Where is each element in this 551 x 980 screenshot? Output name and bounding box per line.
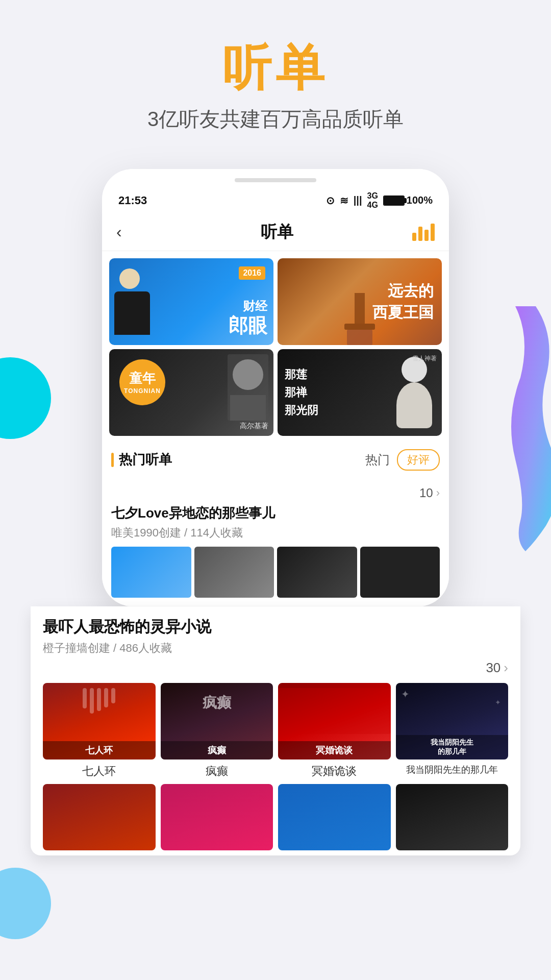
status-right: ⊙ ≋ ||| 3G4G 100%: [326, 191, 433, 210]
playlist-thumbnails-1: [111, 547, 440, 598]
count-right-area: 30 ›: [43, 660, 508, 676]
filter-badge-good[interactable]: 好评: [397, 449, 440, 471]
book-name-3: 冥婚诡谈: [278, 764, 391, 779]
section-header: 热门听单 热门 好评: [102, 440, 449, 478]
chart-bar-1: [412, 233, 416, 241]
book-cn-title-4: 我当阴阳先生的那几年: [399, 738, 506, 756]
filter-hot[interactable]: 热门: [365, 452, 390, 468]
book-thumb-3: 冥婚诡谈: [278, 683, 391, 760]
chart-bar-2: [418, 227, 422, 241]
book-item-2[interactable]: 疯癫 疯癫 疯癫: [161, 683, 273, 779]
banner-card-4[interactable]: 那莲 那禅 那光阴 雪人神著: [278, 349, 442, 436]
banner2-title: 远去的西夏王国: [372, 280, 434, 323]
book-item-1[interactable]: 七人环 七人环: [43, 683, 156, 779]
playlist-title-1: 七夕Love异地恋的那些事儿: [111, 504, 440, 522]
banner3-circle: 童年 TONGNIAN: [119, 359, 165, 405]
banner-card-3[interactable]: 童年 TONGNIAN 高尔基著: [109, 349, 273, 436]
thumb-1-2: [194, 547, 274, 598]
phone-notch: [235, 178, 316, 182]
book-thumb-1: 七人环: [43, 683, 156, 760]
wifi-icon: ≋: [340, 194, 348, 207]
book-thumb-2: 疯癫 疯癫: [161, 683, 273, 760]
thumb-1-4: [360, 547, 440, 598]
banner1-year: 2016: [239, 266, 265, 280]
page-main-title: 听单: [0, 41, 551, 95]
book-item-3[interactable]: 冥婚诡谈 冥婚诡谈: [278, 683, 391, 779]
battery-percent: 100%: [407, 194, 433, 206]
deco-blue-circle-bottom: [0, 868, 51, 939]
book-name-2: 疯癫: [161, 764, 273, 779]
bottom-thumbnails: [43, 784, 508, 855]
banner-card-1[interactable]: 2016 财经 郎眼: [109, 258, 273, 345]
battery-icon: 100%: [383, 194, 433, 206]
playlist-card-2-title: 最吓人最恐怖的灵异小说: [43, 617, 508, 638]
playlist-card-2-meta: 橙子撞墙创建 / 486人收藏: [43, 641, 508, 656]
phone-mockup: 21:53 ⊙ ≋ ||| 3G4G 100% ‹ 听单: [0, 169, 551, 606]
section-title: 热门听单: [119, 451, 172, 469]
network-icon: 3G4G: [367, 191, 378, 210]
banner1-title: 财经 郎眼: [229, 296, 267, 338]
status-bar: 21:53 ⊙ ≋ ||| 3G4G 100%: [102, 187, 449, 214]
bottom-thumb-2: [161, 784, 273, 850]
book-thumbnails: 七人环 七人环 疯癫 疯癫 疯癫: [43, 683, 508, 779]
page-header: 听单 3亿听友共建百万高品质听单: [0, 0, 551, 154]
phone-frame: 21:53 ⊙ ≋ ||| 3G4G 100% ‹ 听单: [102, 169, 449, 606]
banner-grid: 2016 财经 郎眼 远去的西夏王国: [102, 251, 449, 440]
thumb-1-1: [111, 547, 191, 598]
app-navbar: ‹ 听单: [102, 214, 449, 251]
alarm-icon: ⊙: [326, 194, 335, 207]
signal-icon: |||: [354, 194, 362, 206]
book-name-4: 我当阴阳先生的那几年: [396, 764, 509, 776]
section-title-area: 热门听单: [111, 451, 172, 469]
chart-bar-4: [431, 224, 435, 241]
book-thumb-4: 我当阴阳先生的那几年 ✦ ✦: [396, 683, 509, 760]
banner4-subtitle: 雪人神著: [412, 354, 437, 363]
book-cn-title-1: 七人环: [46, 744, 153, 756]
playlist-meta-1: 唯美1990创建 / 114人收藏: [111, 525, 440, 541]
book-cn-title-2: 疯癫: [164, 744, 270, 756]
section-filters: 热门 好评: [365, 449, 440, 471]
bottom-thumb-4: [396, 784, 509, 850]
banner-card-2[interactable]: 远去的西夏王国: [278, 258, 442, 345]
status-time: 21:53: [118, 194, 147, 207]
playlist-count-2: 30: [486, 660, 500, 676]
navbar-title: 听单: [261, 221, 293, 243]
bottom-thumb-3: [278, 784, 391, 850]
chart-bar-3: [424, 230, 429, 241]
phone-top-bar: [102, 169, 449, 187]
book-item-4[interactable]: 我当阴阳先生的那几年 ✦ ✦ 我当阴阳先生的那几年: [396, 683, 509, 779]
chevron-right-icon-2: ›: [504, 660, 508, 676]
banner4-text: 那莲 那禅 那光阴: [285, 365, 318, 420]
thumb-1-3: [277, 547, 357, 598]
book-cn-title-3: 冥婚诡谈: [281, 744, 388, 756]
back-button[interactable]: ‹: [116, 223, 142, 241]
chart-icon[interactable]: [412, 224, 435, 241]
book-name-1: 七人环: [43, 764, 156, 779]
playlist-item-1[interactable]: 10 › 七夕Love异地恋的那些事儿 唯美1990创建 / 114人收藏: [102, 478, 449, 606]
playlist-count-1: 10: [419, 486, 433, 500]
section-accent-bar: [111, 453, 114, 467]
bottom-thumb-1: [43, 784, 156, 850]
chevron-right-icon-1: ›: [436, 486, 440, 500]
banner3-author: 高尔基著: [240, 422, 268, 431]
page-subtitle: 3亿听友共建百万高品质听单: [0, 105, 551, 133]
